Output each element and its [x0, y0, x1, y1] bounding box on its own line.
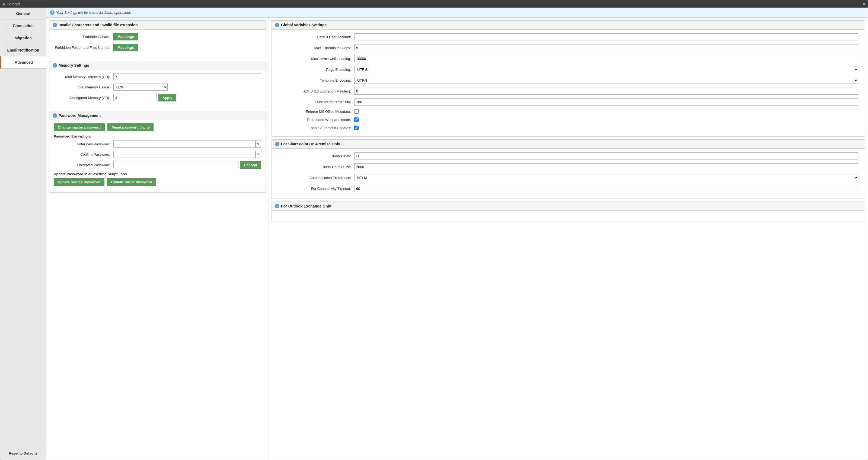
connectivity-timeout-row: For Connectivity Timeout: — [276, 184, 860, 192]
configured-memory-input[interactable] — [113, 94, 157, 101]
embedded-wp-label: Embedded Webparts mode: — [278, 118, 354, 122]
sharepoint-body: Query Delay: Query Chunk Size: Authentic… — [272, 149, 865, 198]
password-section: i Password Management Change master pass… — [49, 111, 266, 192]
info-icon-memory: i — [53, 63, 57, 67]
confirm-password-input[interactable] — [113, 151, 255, 158]
enter-new-password-field-group: ✎ — [113, 141, 261, 148]
left-column: i Invalid Characters and Invalid file ex… — [46, 18, 269, 460]
outlook-section: i For Outlook Exchange Only — [272, 202, 865, 222]
memory-section: i Memory Settings Total Memory Detected … — [49, 61, 266, 108]
query-delay-input[interactable] — [354, 152, 858, 159]
info-icon-invalid: i — [53, 23, 57, 27]
auth-pref-select[interactable]: NTLM Kerberos Basic — [354, 174, 858, 181]
attempts-row: #Attemts for target site: — [276, 98, 860, 106]
sidebar-item-general[interactable]: General — [0, 8, 46, 20]
content-area: i Your Settings will be saved for future… — [46, 8, 868, 460]
forbidden-folder-mappings-button[interactable]: Mappings — [113, 44, 138, 51]
max-terms-row: Max. terms while loading: — [276, 55, 860, 63]
info-icon-global: i — [275, 23, 279, 27]
sidebar-item-advanced[interactable]: Advanced — [0, 56, 46, 69]
password-btn-row: Change master password Reset password ca… — [54, 123, 261, 131]
main-layout: General Connection Migration Email Notif… — [0, 8, 868, 460]
memory-title: Memory Settings — [59, 63, 89, 67]
info-icon-password: i — [53, 113, 57, 118]
template-encoding-label: Template Encoding: — [278, 79, 354, 83]
reset-password-cache-button[interactable]: Reset password cache — [107, 123, 154, 131]
default-user-label: Default User Account: — [278, 35, 354, 39]
forbidden-chars-mappings-button[interactable]: Mappings — [113, 33, 138, 40]
max-terms-input[interactable] — [354, 55, 858, 62]
enforce-ms-row: Enforce MS Office Metadata: — [276, 109, 860, 114]
query-delay-row: Query Delay: — [276, 152, 860, 160]
password-header: i Password Management — [50, 111, 266, 120]
default-user-input[interactable] — [354, 33, 858, 40]
sidebar-item-connection[interactable]: Connection — [0, 20, 46, 32]
auto-updates-checkbox[interactable] — [354, 126, 359, 130]
invalid-chars-section: i Invalid Characters and Invalid file ex… — [49, 20, 266, 58]
attempts-label: #Attemts for target site: — [278, 100, 354, 104]
encryption-label: Password Encryption: — [54, 134, 261, 138]
query-chunk-row: Query Chunk Size: — [276, 163, 860, 171]
enforce-ms-label: Enforce MS Office Metadata: — [278, 110, 354, 114]
embedded-wp-checkbox[interactable] — [354, 117, 359, 122]
attempts-input[interactable] — [354, 98, 858, 105]
settings-window: ⚙ Settings ✕ General Connection Migratio… — [0, 0, 868, 460]
query-chunk-input[interactable] — [354, 163, 858, 170]
outlook-title: For Outlook Exchange Only — [281, 204, 331, 208]
total-usage-row: Total Memory Usage: 80% 60% 40% 20% — [54, 84, 261, 91]
adfs-input[interactable] — [354, 88, 858, 95]
update-target-password-button[interactable]: Update Target Password — [107, 178, 156, 186]
total-detected-input[interactable] — [113, 73, 261, 80]
reset-to-defaults-button[interactable]: Reset to Defaults — [0, 447, 46, 460]
global-vars-body: Default User Account: Max. Threads for C… — [272, 30, 865, 136]
forbidden-folder-row: Forbidden Folder and Files Names: Mappin… — [54, 44, 261, 51]
sidebar-item-migration[interactable]: Migration — [0, 32, 46, 44]
adfs-row: ADFS 2.0 Expiration(Minutes): — [276, 87, 860, 95]
invalid-chars-header: i Invalid Characters and Invalid file ex… — [50, 21, 266, 30]
global-vars-section: i Global Variables Settings Default User… — [272, 20, 865, 137]
sidebar: General Connection Migration Email Notif… — [0, 8, 46, 460]
configured-memory-label: Configured Memory (GB): — [54, 96, 113, 100]
total-usage-select[interactable]: 80% 60% 40% 20% — [113, 84, 167, 91]
confirm-password-field-group: ✎ — [113, 151, 261, 158]
close-button[interactable]: ✕ — [862, 1, 866, 6]
enter-new-password-input[interactable] — [113, 141, 255, 148]
auto-updates-row: Enable Automatic Updates: — [276, 125, 860, 130]
forbidden-chars-label: Forbidden Chars: — [54, 35, 113, 39]
update-source-password-button[interactable]: Update Source Password — [54, 178, 104, 186]
invalid-chars-title: Invalid Characters and Invalid file exte… — [59, 23, 138, 27]
sharepoint-title: For SharePoint On-Premise Only — [281, 142, 340, 146]
query-chunk-label: Query Chunk Size: — [278, 165, 354, 169]
total-usage-label: Total Memory Usage: — [54, 85, 113, 89]
sidebar-item-email-notification[interactable]: Email Notification — [0, 44, 46, 56]
confirm-password-label: Confirm Password: — [54, 152, 113, 156]
info-icon-outlook: i — [275, 204, 279, 208]
query-delay-label: Query Delay: — [278, 154, 354, 158]
encrypted-password-input[interactable] — [113, 161, 239, 168]
password-title: Password Management — [59, 113, 101, 118]
page-encoding-select[interactable]: UTF-8 UTF-16 ASCII — [354, 66, 858, 73]
change-master-password-button[interactable]: Change master password — [54, 123, 105, 131]
confirm-password-edit-icon[interactable]: ✎ — [255, 151, 261, 158]
apply-button[interactable]: Apply — [158, 94, 176, 101]
max-threads-input[interactable] — [354, 44, 858, 51]
default-user-row: Default User Account: — [276, 33, 860, 41]
forbidden-chars-row: Forbidden Chars: Mappings — [54, 33, 261, 40]
encrypt-button[interactable]: Encrypt — [240, 161, 261, 169]
two-col-layout: i Invalid Characters and Invalid file ex… — [46, 18, 868, 460]
connectivity-timeout-input[interactable] — [354, 185, 858, 192]
titlebar: ⚙ Settings ✕ — [0, 0, 868, 8]
info-text: Your Settings will be saved for future o… — [56, 10, 132, 14]
template-encoding-select[interactable]: UTF-8 UTF-16 ASCII — [354, 77, 858, 84]
memory-body: Total Memory Detected (GB): Total Memory… — [50, 70, 266, 108]
enter-password-edit-icon[interactable]: ✎ — [255, 141, 261, 148]
global-vars-title: Global Variables Settings — [281, 23, 327, 27]
gear-icon: ⚙ — [2, 2, 6, 6]
max-threads-label: Max. Threads for Copy: — [278, 46, 354, 50]
enforce-ms-checkbox[interactable] — [354, 109, 359, 114]
info-icon: i — [50, 10, 55, 14]
embedded-wp-row: Embedded Webparts mode: — [276, 117, 860, 122]
info-icon-sharepoint: i — [275, 142, 279, 146]
enter-new-password-label: Enter new Password: — [54, 142, 113, 146]
password-body: Change master password Reset password ca… — [50, 120, 266, 192]
